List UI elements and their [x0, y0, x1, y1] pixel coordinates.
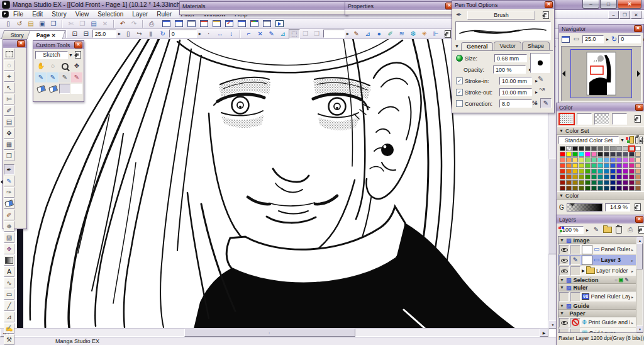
print-button[interactable]: ⎙: [146, 19, 157, 29]
brush-preset-button[interactable]: Brush: [467, 11, 535, 20]
pencil-tool[interactable]: ✎: [4, 176, 14, 186]
layer-options-button[interactable]: ▸: [631, 269, 636, 273]
color-set-swatch[interactable]: [610, 163, 616, 168]
zoom-tool-button[interactable]: [59, 61, 70, 71]
color-set-swatch[interactable]: [616, 180, 622, 185]
layer-row-layer-folder[interactable]: ▸Layer Folder▸: [558, 266, 636, 276]
nav-page-right-icon[interactable]: [637, 71, 640, 77]
menu-edit[interactable]: Edit: [28, 11, 47, 18]
color-set-swatch[interactable]: [623, 186, 628, 191]
triangle-down-icon[interactable]: ▼: [560, 238, 564, 242]
correction-mode-a-button[interactable]: ⚒: [529, 98, 540, 108]
rotate-view-button[interactable]: ↻: [157, 29, 169, 39]
color-set-swatch[interactable]: [604, 157, 609, 162]
color-set-swatch[interactable]: [566, 169, 572, 174]
color-set-swatch[interactable]: [635, 180, 641, 185]
color-set-swatch[interactable]: [579, 174, 584, 179]
pen-tool[interactable]: ✒: [4, 164, 14, 175]
frame-tool[interactable]: ▦: [4, 139, 14, 150]
correction-field[interactable]: 8.0: [499, 99, 532, 108]
color-set-swatch[interactable]: [629, 146, 635, 151]
new-layer-button[interactable]: ✎: [591, 225, 601, 235]
layer-options-button[interactable]: ▸: [631, 320, 636, 325]
tab-vector[interactable]: Vector: [494, 42, 521, 50]
triangle-down-icon[interactable]: ▼: [560, 278, 564, 282]
set-square-tool[interactable]: ⊿: [4, 312, 14, 322]
layer-opacity-spinner[interactable]: ▸: [585, 227, 590, 233]
ball-mode-button[interactable]: ●: [374, 29, 385, 39]
correction-mode-b-button[interactable]: ✎: [540, 98, 552, 108]
color-set-swatch[interactable]: [635, 163, 641, 168]
color-set-swatch[interactable]: [623, 146, 628, 151]
layer-row-panel-ruler-layer[interactable]: ▭Panel Ruler Layer▸: [558, 244, 636, 255]
spark-mode-button[interactable]: ✳: [419, 29, 430, 39]
selection-tool-icon-1[interactable]: ▣: [619, 277, 624, 283]
color-set-swatch[interactable]: [604, 169, 609, 174]
perspective-tool[interactable]: ❒: [4, 150, 14, 161]
layer-row-grid-layer[interactable]: ▦Grid Layer▸: [558, 328, 636, 333]
color-set-swatch[interactable]: [579, 163, 584, 168]
tab-page[interactable]: Page ✕: [27, 30, 65, 39]
minimize-button[interactable]: –: [582, 0, 599, 9]
color-set-swatch[interactable]: [610, 186, 616, 191]
knife-tool[interactable]: ✄: [4, 94, 14, 105]
color-set-swatch[interactable]: [629, 152, 635, 157]
color-set-swatch[interactable]: [591, 163, 597, 168]
color-set-swatch[interactable]: [610, 152, 616, 157]
black-color-swatch[interactable]: [577, 113, 592, 125]
triangle-down-icon[interactable]: ▼: [560, 285, 564, 290]
lock-layer-button[interactable]: ⎙: [625, 225, 635, 235]
navigator-preview[interactable]: [561, 46, 641, 101]
toolbox-close-button[interactable]: ✕: [17, 40, 25, 47]
color-set-swatch[interactable]: [560, 180, 565, 185]
doc-close-button[interactable]: ✕: [631, 11, 641, 19]
navigator-rotation-field[interactable]: 0: [618, 35, 641, 43]
color-set-swatch[interactable]: [579, 180, 584, 185]
edit-state-toggle[interactable]: [570, 318, 580, 327]
white-swatch-button[interactable]: [71, 84, 82, 94]
scroll-right-button[interactable]: ▶: [540, 329, 548, 337]
color-set-swatch[interactable]: [560, 174, 565, 179]
layer-row-panel-ruler-layer[interactable]: 08Panel Ruler Layer▸: [558, 291, 636, 302]
toggle-tool-options-palette-button[interactable]: [186, 19, 197, 29]
gradient-tool[interactable]: [4, 255, 14, 266]
eyedropper-tool[interactable]: ✐: [4, 105, 14, 116]
gray-value-field[interactable]: 14.9 %: [605, 203, 630, 212]
color-set-swatch[interactable]: [597, 146, 603, 151]
navigator-zoom-field[interactable]: 25.0: [582, 35, 604, 43]
color-set-swatch[interactable]: [585, 146, 591, 151]
new-page-button[interactable]: ▯: [3, 19, 14, 29]
shape-tool[interactable]: ▭: [4, 289, 14, 300]
color-set-swatch[interactable]: [635, 146, 641, 151]
color-set-swatch[interactable]: [629, 174, 635, 179]
color-set-swatch[interactable]: [635, 186, 641, 191]
color-section-header[interactable]: ▼ Color: [557, 191, 644, 200]
color-set-swatch[interactable]: [604, 174, 609, 179]
stroke-in-field[interactable]: 10.00 mm: [499, 77, 532, 85]
materials-title-bar[interactable]: Materials: [180, 2, 347, 10]
color-set-swatch[interactable]: [597, 180, 603, 185]
color-set-swatch[interactable]: [591, 186, 597, 191]
color-set-swatch[interactable]: [629, 186, 635, 191]
color-set-swatch[interactable]: [610, 169, 616, 174]
ruler-mode-button[interactable]: ⊿: [362, 29, 374, 39]
color-set-swatch[interactable]: [635, 174, 641, 179]
color-menu-button[interactable]: [633, 114, 642, 124]
actual-size-button[interactable]: ▭: [572, 34, 581, 44]
layers-menu-button[interactable]: [636, 225, 644, 235]
tone-tool[interactable]: ▨: [4, 232, 14, 243]
maximize-button[interactable]: □: [600, 0, 617, 9]
color-set-swatch[interactable]: [585, 169, 591, 174]
color-set-swatch[interactable]: [629, 163, 635, 168]
menu-view[interactable]: View: [71, 11, 94, 18]
layers-scrollbar[interactable]: ▲ ▼: [636, 237, 642, 332]
pencil-blue-2-button[interactable]: ✎: [47, 72, 58, 82]
custom-tools-menu-button[interactable]: [74, 50, 83, 60]
color-set-swatch[interactable]: [560, 152, 565, 157]
color-set-swatch[interactable]: [566, 163, 572, 168]
triangle-down-icon[interactable]: ▼: [560, 311, 564, 315]
delete-layer-button[interactable]: [614, 225, 624, 235]
scroll-track[interactable]: ⁞: [9, 329, 540, 336]
pencil-blue-1-button[interactable]: ✎: [35, 72, 47, 82]
color-set-swatch[interactable]: [579, 186, 584, 191]
